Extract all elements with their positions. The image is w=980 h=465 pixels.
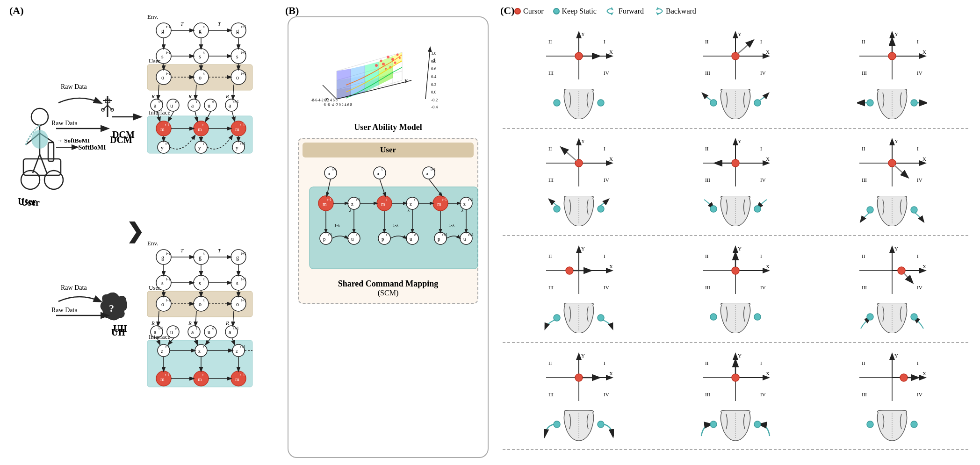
svg-text:s: s (236, 280, 238, 286)
svg-point-0 (31, 108, 48, 125)
body-row-3 (503, 303, 968, 339)
svg-text:λ: λ (407, 208, 410, 213)
svg-text:a: a (426, 171, 428, 176)
svg-text:t+1: t+1 (431, 167, 436, 172)
body-4-1 (544, 410, 614, 441)
svg-text:Y: Y (738, 138, 742, 144)
svg-point-423 (554, 206, 560, 212)
svg-point-384 (867, 100, 873, 106)
svg-text:y: y (236, 145, 238, 150)
user-ability-chart: X Y d 1.0 0.8 0.6 0.4 0.2 0.0 -0.2 -0.4 … (309, 24, 468, 118)
svg-text:t-1: t-1 (165, 373, 169, 377)
svg-text:e: e (414, 233, 416, 237)
quad-3-2: X Y II I III IV (700, 245, 771, 296)
svg-point-429 (867, 207, 873, 213)
svg-text:t-1: t-1 (166, 71, 171, 76)
svg-point-249 (382, 63, 385, 65)
body-4-2 (700, 410, 771, 441)
svg-text:t+1: t+1 (468, 198, 473, 202)
svg-text:X: X (609, 49, 613, 55)
svg-text:II: II (548, 146, 552, 151)
svg-text:I: I (604, 39, 605, 44)
svg-point-320 (348, 232, 360, 244)
svg-text:o: o (199, 301, 202, 308)
svg-point-351 (575, 52, 583, 60)
svg-text:t+1: t+1 (241, 71, 246, 76)
body-1-1 (544, 89, 614, 119)
svg-text:0.8: 0.8 (431, 59, 437, 64)
body-row-2 (503, 196, 968, 232)
body-3-1 (544, 303, 614, 333)
svg-point-469 (598, 315, 604, 321)
svg-text:Y: Y (581, 138, 585, 144)
panel-c-label: (C) (500, 5, 515, 17)
svg-text:X: X (922, 371, 926, 376)
svg-text:t-1: t-1 (166, 298, 171, 302)
svg-text:-8-6-4-2 0 2 4 6 8: -8-6-4-2 0 2 4 6 8 (311, 98, 338, 102)
legend-backward-label: Backward (666, 7, 696, 15)
svg-text:IV: IV (760, 392, 766, 397)
quad-2-2: X Y II I III IV (700, 137, 771, 189)
svg-point-468 (554, 315, 560, 321)
svg-point-314 (378, 232, 390, 244)
svg-text:0.2: 0.2 (431, 82, 436, 87)
svg-line-466 (904, 273, 912, 282)
quad-3-1: X Y II I III IV (544, 245, 614, 296)
svg-text:t-1: t-1 (356, 198, 360, 202)
svg-text:s: s (161, 53, 164, 60)
svg-text:λ: λ (461, 208, 463, 213)
svg-text:Y: Y (894, 353, 898, 358)
svg-text:❯: ❯ (126, 219, 144, 243)
svg-text:R: R (188, 93, 192, 99)
svg-text:u: u (410, 236, 412, 242)
svg-text:T: T (218, 21, 221, 27)
legend-forward: Forward (606, 7, 644, 15)
quad-1-2: X Y II I III IV (700, 30, 771, 82)
user-ability-title: User Ability Model (354, 122, 422, 132)
quadrant-row-1: X Y II I III IV X (503, 30, 968, 88)
svg-text:t+1: t+1 (241, 277, 246, 281)
svg-text:Y: Y (738, 31, 742, 37)
svg-text:X: X (766, 264, 770, 269)
svg-text:1.0: 1.0 (431, 51, 437, 56)
svg-text:IV: IV (604, 392, 609, 397)
svg-text:s: s (236, 53, 238, 60)
svg-text:m: m (198, 376, 202, 382)
svg-text:g: g (161, 28, 164, 34)
svg-point-112 (195, 141, 207, 153)
svg-point-516 (710, 421, 717, 428)
svg-text:t+1: t+1 (233, 326, 239, 330)
legend-keep-static-label: Keep Static (562, 7, 597, 15)
svg-text:p: p (438, 236, 440, 242)
svg-point-193 (195, 344, 207, 357)
svg-text:III: III (862, 70, 867, 76)
svg-text:X: X (922, 156, 926, 162)
svg-text:u: u (463, 236, 466, 242)
svg-point-255 (375, 64, 378, 67)
quadrant-row-4: X Y II I III IV X Y (503, 352, 968, 409)
svg-point-517 (754, 421, 761, 428)
svg-text:Y: Y (894, 246, 898, 251)
svg-text:II: II (548, 253, 552, 259)
svg-text:IV: IV (760, 177, 766, 183)
svg-text:User: User (149, 57, 160, 64)
svg-point-427 (754, 206, 761, 212)
svg-text:t-1: t-1 (165, 123, 169, 127)
svg-point-278 (374, 167, 386, 179)
svg-text:a: a (328, 171, 330, 176)
svg-point-498 (732, 374, 739, 381)
svg-point-81 (188, 99, 200, 111)
svg-text:Raw Data: Raw Data (51, 307, 78, 314)
svg-text:X: X (922, 264, 926, 269)
svg-text:e: e (212, 99, 214, 104)
panel-c: (C) Cursor Keep Static Forward (500, 5, 971, 460)
panel-b-label: (B) (285, 5, 491, 17)
svg-text:t+1: t+1 (241, 24, 246, 29)
svg-text:I: I (760, 253, 762, 259)
quad-4-3: X Y II I III IV (857, 352, 927, 403)
svg-text:u: u (170, 102, 173, 109)
svg-text:e: e (175, 326, 177, 330)
svg-text:1-λ: 1-λ (393, 223, 398, 228)
svg-text:T: T (180, 21, 184, 27)
svg-text:Y: Y (404, 78, 408, 84)
